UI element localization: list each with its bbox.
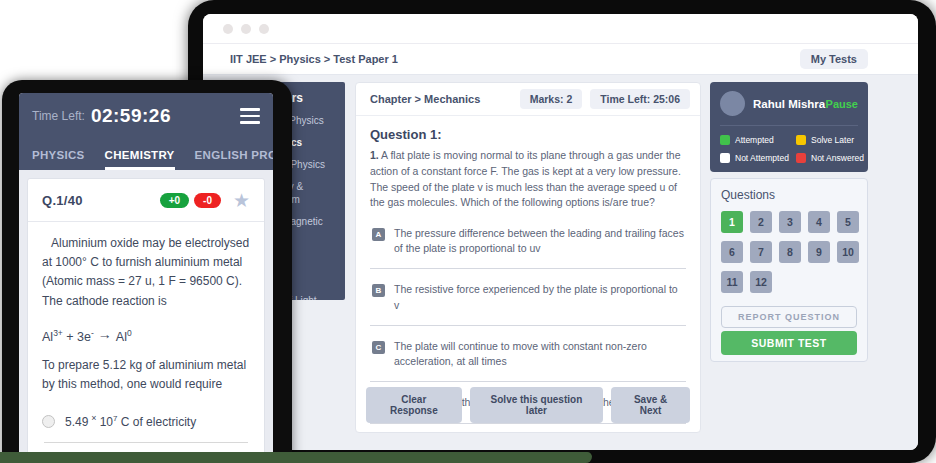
- option-b-text: The resistive force experienced by the p…: [394, 282, 684, 312]
- subject-tabs: PHYSICS CHEMISTRY ENGLISH PROFICIENCY: [19, 139, 273, 170]
- question-cell-11[interactable]: 11: [721, 271, 743, 293]
- legend-label: Not Attempted: [735, 153, 789, 163]
- question-cell-6[interactable]: 6: [721, 241, 743, 263]
- question-cell-4[interactable]: 4: [808, 211, 830, 233]
- not-answered-color-swatch: [796, 153, 806, 163]
- save-next-button[interactable]: Save & Next: [611, 387, 690, 423]
- my-tests-button[interactable]: My Tests: [800, 49, 868, 69]
- user-panel: Rahul Mishra Pause Attempted Solve Later…: [710, 82, 868, 172]
- legend-label: Not Answered: [811, 153, 864, 163]
- decorative-green-band: [0, 452, 592, 463]
- questions-title: Questions: [721, 188, 857, 202]
- mobile-question-text-2: To prepare 5.12 kg of aluminium metal by…: [42, 356, 250, 394]
- bookmark-star-icon[interactable]: ★: [233, 191, 250, 210]
- tab-chemistry[interactable]: CHEMISTRY: [105, 149, 175, 170]
- option-c-badge: C: [372, 341, 385, 354]
- reaction-base2: Al: [116, 330, 127, 344]
- mobile-app-screen: Time Left: 02:59:26 PHYSICS CHEMISTRY EN…: [19, 93, 273, 463]
- reaction-base1: Al: [42, 330, 53, 344]
- window-dot-icon: [223, 24, 233, 34]
- chapter-breadcrumb: Chapter > Mechanics: [366, 93, 480, 105]
- mobile-header: Time Left: 02:59:26: [19, 93, 273, 139]
- submit-test-button[interactable]: SUBMIT TEST: [721, 331, 857, 355]
- question-cell-1[interactable]: 1: [721, 211, 743, 233]
- clear-response-button[interactable]: Clear Response: [366, 387, 462, 423]
- question-cell-5[interactable]: 5: [837, 211, 859, 233]
- legend-attempted: Attempted: [720, 135, 792, 145]
- option-a-text: The pressure difference between the lead…: [394, 226, 684, 256]
- times-sign: ×: [88, 413, 99, 423]
- not-attempted-color-swatch: [720, 153, 730, 163]
- question-cell-10[interactable]: 10: [837, 241, 859, 263]
- question-body: Question 1: 1. A flat plate is moving no…: [356, 116, 700, 424]
- question-cell-7[interactable]: 7: [750, 241, 772, 263]
- avatar: [720, 91, 745, 116]
- question-number: 1.: [370, 149, 379, 161]
- positive-marks-badge: +0: [160, 193, 189, 208]
- option-a-badge: A: [372, 228, 385, 241]
- marks-chip: Marks: 2: [520, 89, 583, 109]
- legend-label: Attempted: [735, 135, 774, 145]
- base-ten: 10: [100, 415, 113, 429]
- window-titlebar: [203, 14, 918, 44]
- mobile-body: Q.1/40 +0 -0 ★ Aluminium oxide may be el…: [19, 170, 273, 463]
- window-dot-icon: [259, 24, 269, 34]
- user-name: Rahul Mishra: [753, 98, 825, 110]
- mobile-time-left-label: Time Left:: [32, 109, 85, 123]
- mobile-option-1-text: 5.49×107 C of electricity: [65, 413, 196, 429]
- legend-solve-later: Solve Later: [796, 135, 864, 145]
- option-a[interactable]: A The pressure difference between the le…: [370, 224, 686, 269]
- tab-physics[interactable]: PHYSICS: [32, 149, 85, 170]
- radio-icon[interactable]: [42, 415, 55, 428]
- mobile-timer: 02:59:26: [91, 105, 171, 127]
- mobile-option-1[interactable]: 5.49×107 C of electricity: [42, 413, 250, 429]
- question-cell-9[interactable]: 9: [808, 241, 830, 263]
- report-question-button[interactable]: REPORT QUESTION: [721, 306, 857, 328]
- mobile-question-meta-row: Q.1/40 +0 -0 ★: [42, 191, 250, 210]
- mobile-question-text-1: Aluminium oxide may be electrolysed at 1…: [42, 234, 250, 311]
- questions-navigator: Questions 1 2 3 4 5 6 7 8 9 10 11 12 REP…: [710, 178, 868, 362]
- attempted-color-swatch: [720, 135, 730, 145]
- divider: [28, 221, 264, 222]
- question-text-body: A flat plate is moving normal to its pla…: [370, 149, 681, 208]
- question-number-grid: 1 2 3 4 5 6 7 8 9 10 11 12: [721, 211, 857, 293]
- page: IIT JEE > Physics > Test Paper 1 My Test…: [0, 0, 936, 463]
- user-row: Rahul Mishra Pause: [720, 91, 858, 126]
- top-navbar: IIT JEE > Physics > Test Paper 1 My Test…: [203, 44, 918, 75]
- reaction-sup1: 3+: [53, 328, 63, 338]
- legend-not-attempted: Not Attempted: [720, 153, 792, 163]
- window-dot-icon: [241, 24, 251, 34]
- solve-later-button[interactable]: Solve this question later: [470, 387, 604, 423]
- option-b-badge: B: [372, 284, 385, 297]
- option-b[interactable]: B The resistive force experienced by the…: [370, 280, 686, 325]
- coefficient: 5.49: [65, 415, 88, 429]
- option-c-text: The plate will continue to move with con…: [394, 339, 684, 369]
- question-title: Question 1:: [370, 127, 686, 142]
- arrow-icon: →: [94, 326, 116, 342]
- mobile-question-card: Q.1/40 +0 -0 ★ Aluminium oxide may be el…: [27, 178, 265, 463]
- desktop-window: IIT JEE > Physics > Test Paper 1 My Test…: [203, 14, 918, 450]
- time-left-chip: Time Left: 25:06: [590, 89, 690, 109]
- unit-text: C of electricity: [121, 415, 196, 429]
- negative-marks-badge: -0: [194, 193, 221, 208]
- hamburger-menu-icon[interactable]: [240, 108, 260, 124]
- legend-label: Solve Later: [811, 135, 854, 145]
- exponent: 7: [113, 414, 117, 423]
- question-cell-3[interactable]: 3: [779, 211, 801, 233]
- question-panel: Chapter > Mechanics Marks: 2 Time Left: …: [355, 82, 701, 433]
- breadcrumb[interactable]: IIT JEE > Physics > Test Paper 1: [230, 53, 398, 65]
- question-cell-8[interactable]: 8: [779, 241, 801, 263]
- option-c[interactable]: C The plate will continue to move with c…: [370, 337, 686, 382]
- reaction-sup3: 0: [127, 328, 132, 338]
- reaction-equation: Al3+ + 3e-→Al0: [42, 328, 250, 344]
- legend-not-answered: Not Answered: [796, 153, 864, 163]
- question-footer: Clear Response Solve this question later…: [366, 387, 690, 423]
- desktop-content: Chapters General Physics Mechanics Therm…: [203, 75, 918, 450]
- question-text: 1. A flat plate is moving normal to its …: [370, 148, 688, 211]
- tab-english-proficiency[interactable]: ENGLISH PROFICIENCY: [195, 149, 273, 170]
- question-cell-12[interactable]: 12: [750, 271, 772, 293]
- divider: [44, 442, 248, 443]
- question-panel-header: Chapter > Mechanics Marks: 2 Time Left: …: [356, 83, 700, 116]
- pause-button[interactable]: Pause: [826, 98, 858, 110]
- question-cell-2[interactable]: 2: [750, 211, 772, 233]
